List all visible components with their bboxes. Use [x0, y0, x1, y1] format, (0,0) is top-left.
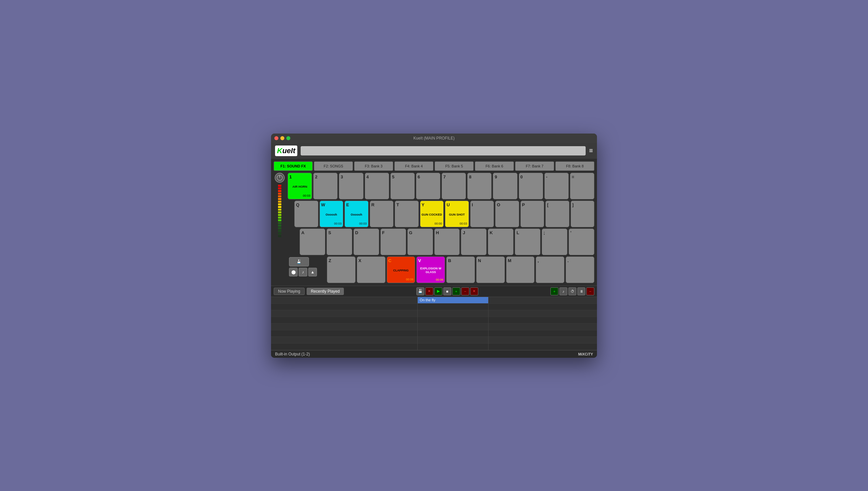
key-7[interactable]: 7 — [442, 173, 466, 199]
playlist-item[interactable] — [489, 330, 597, 337]
bank-f8[interactable]: F8: Bank 8 — [555, 162, 594, 171]
key-9[interactable]: 9 — [493, 173, 517, 199]
hamburger-menu[interactable]: ≡ — [589, 147, 593, 154]
key-p[interactable]: P — [520, 201, 544, 227]
playlist-item[interactable] — [489, 297, 597, 304]
key-s[interactable]: S — [327, 229, 352, 255]
playlist-item[interactable] — [489, 310, 597, 317]
key-h[interactable]: H — [434, 229, 460, 255]
key-l[interactable]: L — [515, 229, 540, 255]
upload-icon-btn[interactable]: ▲ — [308, 268, 317, 277]
key-e[interactable]: E Oooooh 00:03 — [345, 201, 369, 227]
key-u[interactable]: U GUN SHOT 00:03 — [445, 201, 469, 227]
key-4[interactable]: 4 — [365, 173, 389, 199]
key-2[interactable]: 2 — [313, 173, 337, 199]
key-v[interactable]: V EXPLOSION W GLASS 00:06 — [416, 257, 445, 283]
playlist-item[interactable] — [271, 310, 417, 317]
minus-ctrl-btn[interactable]: − — [461, 287, 469, 295]
bank-f7[interactable]: F7: Bank 7 — [515, 162, 554, 171]
bank-f1[interactable]: F1: SOUND FX — [274, 162, 313, 171]
key-period[interactable]: . — [566, 257, 594, 283]
circle-icon-btn[interactable]: ⬤ — [289, 268, 298, 277]
key-r[interactable]: R — [370, 201, 394, 227]
playlist-item[interactable] — [489, 324, 597, 330]
minus2-ctrl-btn[interactable]: − — [586, 287, 594, 295]
key-semicolon[interactable]: ; — [542, 229, 567, 255]
key-k[interactable]: K — [488, 229, 514, 255]
key-quote[interactable]: ' — [569, 229, 594, 255]
playlist-item[interactable] — [418, 337, 488, 344]
close-button[interactable] — [274, 136, 278, 140]
playlist-item[interactable] — [418, 324, 488, 330]
bank-f4[interactable]: F4: Bank 4 — [395, 162, 433, 171]
playlist-item-on-the-fly[interactable]: On the fly — [418, 297, 488, 304]
timer-ctrl-btn[interactable]: ⏱ — [568, 287, 576, 295]
playlist-item[interactable] — [271, 297, 417, 304]
key-a[interactable]: A — [300, 229, 325, 255]
playlist-item[interactable] — [271, 324, 417, 330]
key-5[interactable]: 5 — [390, 173, 415, 199]
pause-ctrl-btn[interactable]: ⏸ — [577, 287, 585, 295]
search-input[interactable] — [301, 146, 586, 155]
x-ctrl-btn[interactable]: ✕ — [470, 287, 478, 295]
note-ctrl-btn[interactable]: ♪ — [560, 287, 567, 295]
plus-ctrl-btn[interactable]: + — [452, 287, 460, 295]
key-comma[interactable]: , — [536, 257, 564, 283]
key-f[interactable]: F — [380, 229, 406, 255]
playlist-item[interactable] — [489, 317, 597, 324]
playlist-item[interactable] — [418, 344, 488, 350]
key-b[interactable]: B — [446, 257, 475, 283]
volume-knob[interactable] — [275, 173, 285, 183]
play-ctrl-btn[interactable]: ▶ — [434, 287, 442, 295]
close-ctrl-btn[interactable]: ✕ — [425, 287, 433, 295]
tab-now-playing[interactable]: Now Playing — [274, 288, 305, 295]
key-m[interactable]: M — [506, 257, 535, 283]
save-ctrl-btn[interactable]: 💾 — [416, 287, 424, 295]
midi-button[interactable]: 💾 — [289, 257, 309, 266]
tab-recently-played[interactable]: Recently Played — [307, 288, 344, 295]
add-ctrl-btn[interactable]: + — [550, 287, 559, 295]
key-3[interactable]: 3 — [339, 173, 363, 199]
minimize-button[interactable] — [280, 136, 284, 140]
key-8[interactable]: 8 — [467, 173, 491, 199]
playlist-item[interactable] — [271, 304, 417, 310]
bank-f3[interactable]: F3: Bank 3 — [354, 162, 393, 171]
playlist-item[interactable] — [271, 330, 417, 337]
bank-f6[interactable]: F6: Bank 6 — [475, 162, 514, 171]
playlist-item[interactable] — [489, 337, 597, 344]
key-c[interactable]: C CLAPPING 00:06 — [387, 257, 415, 283]
key-i[interactable]: I — [470, 201, 494, 227]
bank-f2[interactable]: F2: SONGS — [314, 162, 353, 171]
stop-ctrl-btn[interactable]: ■ — [443, 287, 451, 295]
key-d[interactable]: D — [354, 229, 379, 255]
key-g[interactable]: G — [407, 229, 433, 255]
playlist-item[interactable] — [418, 317, 488, 324]
key-j[interactable]: J — [461, 229, 487, 255]
key-o[interactable]: O — [495, 201, 519, 227]
key-z[interactable]: Z — [327, 257, 355, 283]
key-q[interactable]: Q — [294, 201, 318, 227]
key-n[interactable]: N — [476, 257, 505, 283]
key-equals[interactable]: = — [570, 173, 594, 199]
playlist-item[interactable] — [271, 344, 417, 350]
key-6[interactable]: 6 — [416, 173, 440, 199]
maximize-button[interactable] — [286, 136, 290, 140]
playlist-item[interactable] — [271, 337, 417, 344]
key-y[interactable]: Y GUN COCKED 00:00 — [420, 201, 444, 227]
key-0[interactable]: 0 — [519, 173, 543, 199]
playlist-item[interactable] — [418, 304, 488, 310]
key-x[interactable]: X — [357, 257, 385, 283]
note-icon-btn[interactable]: ♪ — [299, 268, 307, 277]
bank-f5[interactable]: F5: Bank 5 — [435, 162, 473, 171]
playlist-item[interactable] — [489, 344, 597, 350]
key-t[interactable]: T — [395, 201, 419, 227]
playlist-item[interactable] — [418, 310, 488, 317]
playlist-item[interactable] — [489, 304, 597, 310]
playlist-item[interactable] — [271, 317, 417, 324]
key-rbracket[interactable]: ] — [571, 201, 595, 227]
key-w[interactable]: W Oooooh 00:03 — [320, 201, 344, 227]
key-1[interactable]: 1 AIR HORN 00:03 — [288, 173, 312, 199]
key-lbracket[interactable]: [ — [545, 201, 569, 227]
playlist-item[interactable] — [418, 330, 488, 337]
key-minus[interactable]: - — [544, 173, 569, 199]
